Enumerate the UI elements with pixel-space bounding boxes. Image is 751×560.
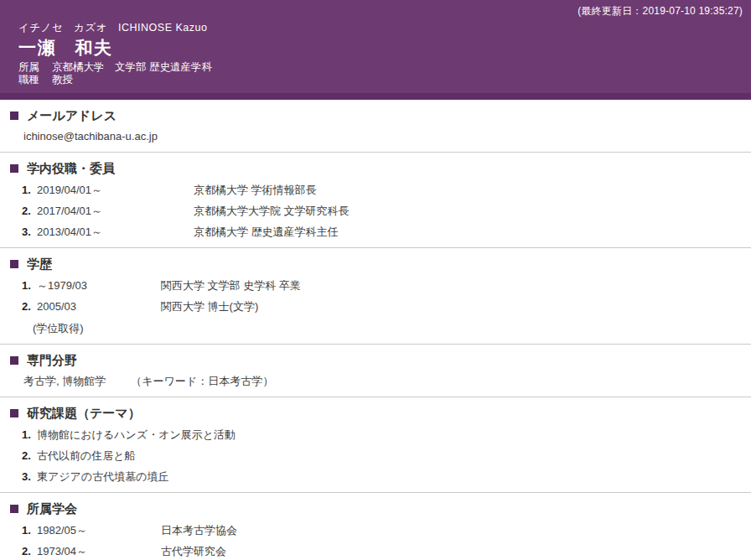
section-fields-title-row: 専門分野 [8,353,743,367]
item-description: 関西大学 文学部 史学科 卒業 [161,279,743,292]
item-description: 京都橘大学 学術情報部長 [194,184,743,196]
item-number: 1. [22,184,37,196]
item-description: 京都橘大学 歴史遺産学科主任 [194,226,743,238]
themes-list: 1. 博物館におけるハンズ・オン展示と活動 2. 古代以前の住居と船 3. 東ア… [8,428,743,483]
position-row: 職種 教授 [18,74,743,86]
researcher-name: 一瀬 和夫 [18,37,743,58]
society-item: 1. 1982/05～ 日本考古学協会 [22,524,743,537]
item-period: 1982/05～ [37,524,161,537]
item-number: 1. [22,428,37,441]
section-education-title-row: 学歴 [8,257,743,271]
education-item: 1. ～1979/03 関西大学 文学部 史学科 卒業 [22,279,743,292]
item-number: 2. [22,449,37,462]
section-societies: 所属学会 1. 1982/05～ 日本考古学協会 2. 1973/04～ 古代学… [0,493,751,560]
theme-text: 古代以前の住居と船 [37,449,743,462]
item-period: ～1979/03 [37,279,161,292]
section-title: 研究課題（テーマ） [27,406,141,420]
item-period: 2019/04/01～ [37,184,194,196]
position-label: 職種 [18,74,52,86]
section-themes-title-row: 研究課題（テーマ） [8,406,743,420]
affiliation-row: 所属 京都橘大学 文学部 歴史遺産学科 [18,61,743,73]
section-education: 学歴 1. ～1979/03 関西大学 文学部 史学科 卒業 2. 2005/0… [0,248,751,345]
item-description: 京都橘大学大学院 文学研究科長 [194,205,743,217]
theme-text: 博物館におけるハンズ・オン展示と活動 [37,428,743,441]
section-roles: 学内役職・委員 1. 2019/04/01～ 京都橘大学 学術情報部長 2. 2… [0,153,751,248]
societies-list: 1. 1982/05～ 日本考古学協会 2. 1973/04～ 古代学研究会 [8,524,743,557]
section-bullet-icon [10,505,18,513]
researcher-profile-page: (最終更新日：2019-07-10 19:35:27) イチノセ カズオ ICH… [0,0,751,560]
section-bullet-icon [10,111,18,120]
education-list: 1. ～1979/03 関西大学 文学部 史学科 卒業 2. 2005/03 (… [8,279,743,334]
degree-note: (学位取得) [33,322,161,334]
section-bullet-icon [10,260,18,268]
role-item: 3. 2013/04/01～ 京都橘大学 歴史遺産学科主任 [22,226,743,238]
affiliation-label: 所属 [18,61,52,73]
item-period: 2017/04/01～ [37,205,194,217]
item-number: 3. [22,226,37,238]
fields-keywords: （キーワード：日本考古学） [131,375,273,387]
section-bullet-icon [10,409,18,417]
item-number: 2. [22,545,37,557]
section-themes: 研究課題（テーマ） 1. 博物館におけるハンズ・オン展示と活動 2. 古代以前の… [0,397,751,493]
section-email: メールアドレス ichinose@tachibana-u.ac.jp [0,100,751,153]
section-fields: 専門分野 考古学, 博物館学 （キーワード：日本考古学） [0,345,751,397]
section-title: 学歴 [27,257,52,271]
header-accent-strip [0,93,751,100]
item-number: 1. [22,524,37,537]
role-item: 2. 2017/04/01～ 京都橘大学大学院 文学研究科長 [22,205,743,217]
name-kana: イチノセ カズオ ICHINOSE Kazuo [18,22,743,34]
email-address: ichinose@tachibana-u.ac.jp [22,130,743,143]
theme-item: 1. 博物館におけるハンズ・オン展示と活動 [22,428,743,441]
roles-list: 1. 2019/04/01～ 京都橘大学 学術情報部長 2. 2017/04/0… [8,184,743,238]
education-item: 2. 2005/03 (学位取得) 関西大学 博士(文学) [22,300,743,334]
theme-text: 東アジアの古代墳墓の墳丘 [37,470,743,483]
section-bullet-icon [10,356,18,365]
item-number: 2. [22,300,37,313]
item-period: 1973/04～ [37,545,161,557]
position-value: 教授 [52,74,73,86]
section-email-title-row: メールアドレス [8,108,743,122]
theme-item: 2. 古代以前の住居と船 [22,449,743,462]
section-title: 専門分野 [27,353,77,367]
section-title: 所属学会 [27,501,77,516]
profile-header: (最終更新日：2019-07-10 19:35:27) イチノセ カズオ ICH… [0,0,751,93]
item-description: 関西大学 博士(文学) [161,300,743,313]
section-societies-title-row: 所属学会 [8,501,743,516]
section-roles-title-row: 学内役職・委員 [8,161,743,175]
item-period: 2013/04/01～ [37,226,194,238]
section-title: メールアドレス [27,108,117,122]
item-number: 1. [22,279,37,292]
fields-value: 考古学, 博物館学 [23,375,106,387]
item-number: 3. [22,470,37,483]
item-period: 2005/03 (学位取得) [37,300,161,334]
affiliation-value: 京都橘大学 文学部 歴史遺産学科 [52,61,212,73]
item-number: 2. [22,205,37,217]
role-item: 1. 2019/04/01～ 京都橘大学 学術情報部長 [22,184,743,196]
last-updated-timestamp: (最終更新日：2019-07-10 19:35:27) [18,4,743,18]
section-title: 学内役職・委員 [27,161,115,175]
society-item: 2. 1973/04～ 古代学研究会 [22,545,743,557]
section-bullet-icon [10,164,18,173]
item-description: 古代学研究会 [161,545,743,557]
theme-item: 3. 東アジアの古代墳墓の墳丘 [22,470,743,483]
item-description: 日本考古学協会 [161,524,743,537]
